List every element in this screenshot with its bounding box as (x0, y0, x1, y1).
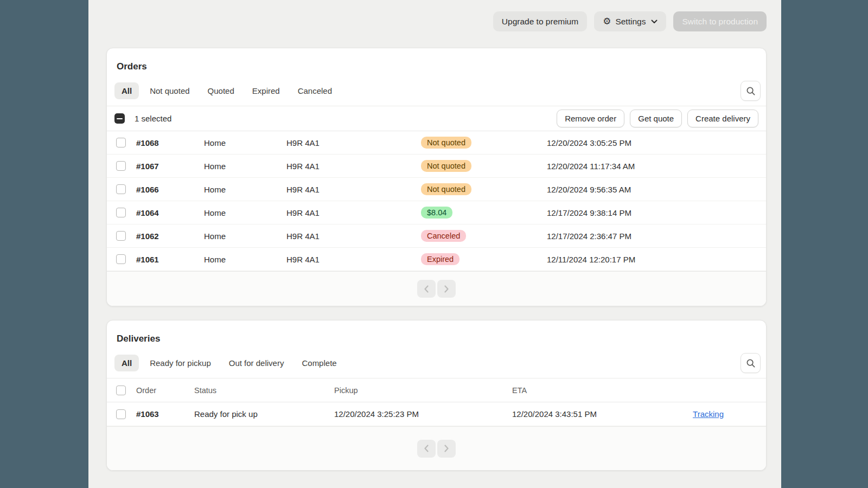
order-created-at: 12/20/2024 11:17:34 AM (547, 162, 766, 171)
order-row[interactable]: #1061 Home H9R 4A1 Expired 12/11/2024 12… (107, 248, 766, 271)
order-id: #1061 (136, 255, 204, 264)
chevron-left-icon (424, 285, 429, 293)
delivery-row[interactable]: #1063 Ready for pick up 12/20/2024 3:25:… (107, 402, 766, 426)
row-checkbox[interactable] (116, 231, 126, 241)
order-location: Home (204, 232, 286, 241)
delivery-eta: 12/20/2024 3:43:51 PM (512, 409, 688, 419)
switch-to-production-button[interactable]: Switch to production (673, 11, 767, 31)
order-location: Home (204, 138, 286, 147)
orders-tab-expired[interactable]: Expired (245, 82, 287, 99)
order-location: Home (204, 208, 286, 217)
select-all-checkbox-indeterminate[interactable] (114, 113, 125, 124)
order-id: #1062 (136, 232, 204, 241)
order-postal-code: H9R 4A1 (286, 162, 421, 171)
delivery-id: #1063 (136, 409, 194, 419)
pagination-prev-button[interactable] (417, 280, 436, 298)
orders-tab-all[interactable]: All (114, 82, 139, 99)
deliveries-tabs: All Ready for pickup Out for delivery Co… (107, 349, 766, 378)
orders-tab-quoted[interactable]: Quoted (201, 82, 241, 99)
settings-button-label: Settings (615, 17, 646, 27)
status-badge: Canceled (421, 230, 466, 242)
order-postal-code: H9R 4A1 (286, 232, 421, 241)
chevron-right-icon (444, 285, 449, 293)
order-id: #1068 (136, 138, 204, 147)
row-checkbox[interactable] (116, 138, 126, 147)
orders-tab-not-quoted[interactable]: Not quoted (143, 82, 196, 99)
order-postal-code: H9R 4A1 (286, 255, 421, 264)
status-badge: Expired (421, 253, 459, 265)
order-id: #1067 (136, 162, 204, 171)
chevron-left-icon (424, 445, 429, 452)
column-header-status: Status (194, 386, 334, 395)
deliveries-tab-all[interactable]: All (114, 355, 139, 371)
column-header-eta: ETA (512, 386, 688, 395)
get-quote-button[interactable]: Get quote (630, 110, 682, 127)
order-created-at: 12/11/2024 12:20:17 PM (547, 255, 766, 264)
row-checkbox[interactable] (116, 184, 126, 194)
order-row[interactable]: #1067 Home H9R 4A1 Not quoted 12/20/2024… (107, 155, 766, 178)
top-action-bar: Upgrade to premium ⚙ Settings Switch to … (493, 11, 767, 31)
remove-order-button[interactable]: Remove order (557, 110, 624, 127)
status-badge: Not quoted (421, 183, 471, 195)
orders-card: Orders All Not quoted Quoted Expired Can… (106, 48, 767, 306)
deliveries-card: Deliveries All Ready for pickup Out for … (106, 320, 767, 471)
tracking-link[interactable]: Tracking (693, 409, 724, 419)
gear-icon: ⚙ (603, 17, 611, 26)
order-created-at: 12/17/2024 9:38:14 PM (547, 208, 766, 217)
deliveries-pagination (107, 426, 766, 470)
order-row[interactable]: #1066 Home H9R 4A1 Not quoted 12/20/2024… (107, 178, 766, 201)
chevron-right-icon (444, 445, 449, 452)
select-all-checkbox[interactable] (116, 386, 126, 395)
search-icon (746, 358, 756, 368)
delivery-status: Ready for pick up (194, 409, 334, 419)
row-checkbox[interactable] (116, 254, 126, 264)
create-delivery-button[interactable]: Create delivery (687, 110, 758, 127)
order-created-at: 12/20/2024 3:05:25 PM (547, 138, 766, 147)
orders-tab-canceled[interactable]: Canceled (291, 82, 339, 99)
status-badge: Not quoted (421, 137, 471, 149)
deliveries-title: Deliveries (107, 320, 766, 349)
row-checkbox[interactable] (116, 409, 126, 419)
order-location: Home (204, 255, 286, 264)
column-header-pickup: Pickup (334, 386, 512, 395)
chevron-down-icon (651, 20, 658, 24)
app-window: Upgrade to premium ⚙ Settings Switch to … (0, 0, 868, 488)
order-row[interactable]: #1068 Home H9R 4A1 Not quoted 12/20/2024… (107, 131, 766, 155)
order-location: Home (204, 162, 286, 171)
orders-selection-bar: 1 selected Remove order Get quote Create… (107, 106, 766, 131)
order-location: Home (204, 185, 286, 194)
row-checkbox[interactable] (116, 208, 126, 217)
order-row[interactable]: #1064 Home H9R 4A1 $8.04 12/17/2024 9:38… (107, 201, 766, 224)
column-header-order: Order (136, 386, 194, 395)
deliveries-search-button[interactable] (741, 353, 761, 373)
deliveries-tab-out-for-delivery[interactable]: Out for delivery (222, 355, 291, 371)
orders-title: Orders (107, 48, 766, 76)
delivery-pickup-time: 12/20/2024 3:25:23 PM (334, 409, 512, 419)
status-badge: Not quoted (421, 160, 471, 172)
order-id: #1064 (136, 208, 204, 217)
upgrade-to-premium-button[interactable]: Upgrade to premium (493, 11, 587, 31)
deliveries-table-header: Order Status Pickup ETA (107, 378, 766, 402)
pagination-next-button[interactable] (437, 440, 456, 458)
orders-search-button[interactable] (741, 81, 761, 101)
settings-button[interactable]: ⚙ Settings (594, 11, 666, 31)
order-id: #1066 (136, 185, 204, 194)
deliveries-tab-complete[interactable]: Complete (295, 355, 343, 371)
order-postal-code: H9R 4A1 (286, 185, 421, 194)
row-checkbox[interactable] (116, 161, 126, 171)
order-created-at: 12/17/2024 2:36:47 PM (547, 232, 766, 241)
orders-tabs: All Not quoted Quoted Expired Canceled (107, 76, 766, 106)
order-created-at: 12/20/2024 9:56:35 AM (547, 185, 766, 194)
selection-count-label: 1 selected (135, 114, 171, 123)
orders-pagination (107, 271, 766, 306)
pagination-prev-button[interactable] (417, 440, 436, 458)
deliveries-tab-ready-for-pickup[interactable]: Ready for pickup (143, 355, 218, 371)
right-frame-panel (781, 0, 868, 488)
left-frame-panel (0, 0, 88, 488)
order-postal-code: H9R 4A1 (286, 138, 421, 147)
status-badge: $8.04 (421, 207, 452, 219)
pagination-next-button[interactable] (437, 280, 456, 298)
order-row[interactable]: #1062 Home H9R 4A1 Canceled 12/17/2024 2… (107, 224, 766, 248)
search-icon (746, 86, 756, 96)
order-postal-code: H9R 4A1 (286, 208, 421, 217)
